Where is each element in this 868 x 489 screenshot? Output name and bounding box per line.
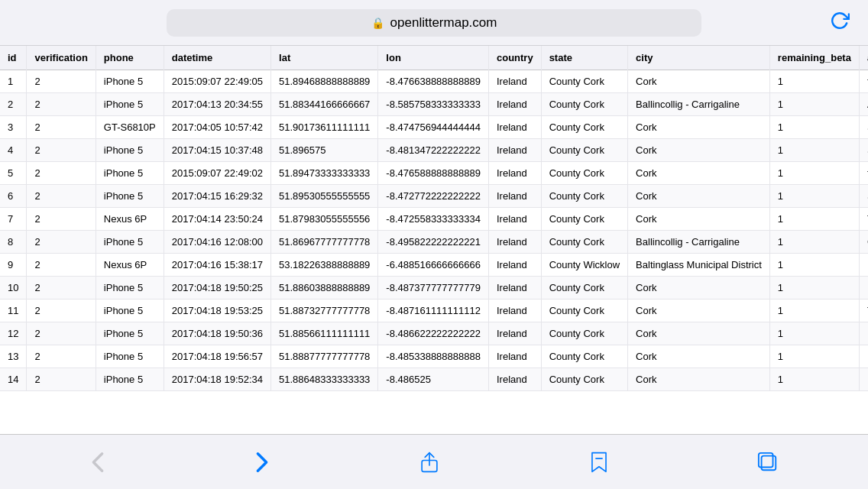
cell-country: Ireland bbox=[488, 208, 541, 231]
cell-state: County Cork bbox=[541, 300, 627, 322]
cell-datetime: 2017:04:16 12:08:00 bbox=[164, 231, 270, 254]
back-button[interactable] bbox=[74, 445, 121, 479]
cell-id: 13 bbox=[0, 345, 27, 368]
cell-verification: 2 bbox=[27, 162, 96, 185]
table-row: 12iPhone 52015:09:07 22:49:0551.89468888… bbox=[0, 70, 868, 93]
cell-state: County Wicklow bbox=[541, 254, 627, 277]
cell-datetime: 2017:04:16 15:38:17 bbox=[164, 254, 270, 277]
cell-phone: Nexus 6P bbox=[96, 208, 164, 231]
cell-country: Ireland bbox=[488, 254, 541, 277]
cell-datetime: 2017:04:18 19:56:57 bbox=[164, 345, 270, 368]
col-verification: verification bbox=[27, 46, 96, 70]
cell-lon: -6.488516666666666 bbox=[378, 254, 489, 277]
cell-state: County Cork bbox=[541, 162, 627, 185]
cell-verification: 2 bbox=[27, 277, 96, 300]
table-row: 92Nexus 6P2017:04:16 15:38:1753.18226388… bbox=[0, 254, 868, 277]
table-row: 112iPhone 52017:04:18 19:53:2551.8873277… bbox=[0, 300, 868, 322]
cell-datetime: 2017:04:18 19:52:34 bbox=[164, 368, 270, 391]
cell-verification: 2 bbox=[27, 208, 96, 231]
cell-id: 1 bbox=[0, 70, 27, 93]
cell-datetime: 2017:04:14 23:50:24 bbox=[164, 208, 270, 231]
cell-phone: iPhone 5 bbox=[96, 162, 164, 185]
cell-state: County Cork bbox=[541, 70, 627, 93]
cell-datetime: 2017:04:18 19:50:25 bbox=[164, 277, 270, 300]
cell-address: Tramore Road, Ballyphehane, Bally... bbox=[859, 208, 868, 231]
cell-country: Ireland bbox=[488, 93, 541, 116]
cell-city: Cork bbox=[628, 300, 770, 322]
browser-bar: 🔒 openlittermap.com bbox=[0, 0, 868, 46]
col-phone: phone bbox=[96, 46, 164, 70]
cell-lat: 51.89468888888889 bbox=[271, 70, 378, 93]
cell-id: 14 bbox=[0, 368, 27, 391]
cell-country: Ireland bbox=[488, 162, 541, 185]
cell-city: Cork bbox=[628, 116, 770, 139]
cell-lat: 51.88648333333333 bbox=[271, 368, 378, 391]
cell-remaining_beta: 1 bbox=[769, 139, 859, 162]
cell-address: CIty Bounds Bar, Ashbrook Heights... bbox=[859, 231, 868, 254]
cell-country: Ireland bbox=[488, 277, 541, 300]
data-table: id verification phone datetime lat lon c… bbox=[0, 46, 868, 391]
cell-lat: 51.896575 bbox=[271, 139, 378, 162]
table-row: 102iPhone 52017:04:18 19:50:2551.8860388… bbox=[0, 277, 868, 300]
table-row: 72Nexus 6P2017:04:14 23:50:2451.87983055… bbox=[0, 208, 868, 231]
table-row: 142iPhone 52017:04:18 19:52:3451.8864833… bbox=[0, 368, 868, 391]
cell-verification: 2 bbox=[27, 345, 96, 368]
cell-remaining_beta: 1 bbox=[769, 300, 859, 322]
cell-datetime: 2017:04:05 10:57:42 bbox=[164, 116, 270, 139]
cell-city: Cork bbox=[628, 139, 770, 162]
table-container[interactable]: id verification phone datetime lat lon c… bbox=[0, 46, 868, 434]
cell-city: Cork bbox=[628, 208, 770, 231]
cell-state: County Cork bbox=[541, 368, 627, 391]
table-row: 22iPhone 52017:04:13 20:34:5551.88344166… bbox=[0, 93, 868, 116]
cell-datetime: 2015:09:07 22:49:05 bbox=[164, 70, 270, 93]
cell-remaining_beta: 1 bbox=[769, 70, 859, 93]
col-id: id bbox=[0, 46, 27, 70]
tabs-button[interactable] bbox=[742, 445, 794, 479]
cell-address: Ashton Court, Ballincollig, Ballincoll..… bbox=[859, 93, 868, 116]
cell-address: The Lough, Hartland's Road, Croag... bbox=[859, 300, 868, 322]
cell-city: Cork bbox=[628, 322, 770, 345]
svg-rect-3 bbox=[759, 452, 773, 467]
cell-lat: 51.88603888888889 bbox=[271, 277, 378, 300]
cell-phone: iPhone 5 bbox=[96, 322, 164, 345]
cell-state: County Cork bbox=[541, 93, 627, 116]
cell-remaining_beta: 1 bbox=[769, 162, 859, 185]
cell-address: Lough Road, Croaghta-More, The L... bbox=[859, 345, 868, 368]
cell-state: County Cork bbox=[541, 185, 627, 208]
cell-remaining_beta: 1 bbox=[769, 254, 859, 277]
table-row: 132iPhone 52017:04:18 19:56:5751.8887777… bbox=[0, 345, 868, 368]
col-datetime: datetime bbox=[164, 46, 270, 70]
table-row: 122iPhone 52017:04:18 19:50:3651.8856611… bbox=[0, 322, 868, 345]
cell-remaining_beta: 1 bbox=[769, 93, 859, 116]
url-bar[interactable]: 🔒 openlittermap.com bbox=[167, 9, 701, 37]
col-lat: lat bbox=[271, 46, 378, 70]
cell-phone: iPhone 5 bbox=[96, 139, 164, 162]
cell-country: Ireland bbox=[488, 322, 541, 345]
cell-phone: iPhone 5 bbox=[96, 345, 164, 368]
cell-lon: -8.481347222222222 bbox=[378, 139, 489, 162]
cell-lon: -8.485338888888888 bbox=[378, 345, 489, 368]
share-button[interactable] bbox=[403, 445, 455, 479]
bookmarks-button[interactable] bbox=[573, 445, 625, 479]
cell-verification: 2 bbox=[27, 368, 96, 391]
cell-address: Saint Finbarre's, Wandesford Quay, ... bbox=[859, 139, 868, 162]
cell-city: Ballincollig - Carrigaline bbox=[628, 93, 770, 116]
forward-button[interactable] bbox=[238, 445, 286, 479]
cell-verification: 2 bbox=[27, 300, 96, 322]
cell-city: Cork bbox=[628, 368, 770, 391]
table-row: 82iPhone 52017:04:16 12:08:0051.86967777… bbox=[0, 231, 868, 254]
cell-address: formely known as Zam Zam, Barra... bbox=[859, 162, 868, 185]
cell-address: Saint Mary's, Pope's Quay, Shando... bbox=[859, 116, 868, 139]
cell-country: Ireland bbox=[488, 116, 541, 139]
cell-id: 3 bbox=[0, 116, 27, 139]
table-row: 62iPhone 52017:04:15 16:29:3251.89530555… bbox=[0, 185, 868, 208]
cell-address: Lake Drive, Oldcourt, Blessington, I... bbox=[859, 254, 868, 277]
cell-id: 4 bbox=[0, 139, 27, 162]
cell-phone: Nexus 6P bbox=[96, 254, 164, 277]
refresh-button[interactable] bbox=[830, 11, 850, 35]
col-lon: lon bbox=[378, 46, 489, 70]
cell-verification: 2 bbox=[27, 254, 96, 277]
cell-verification: 2 bbox=[27, 231, 96, 254]
cell-lon: -8.495822222222221 bbox=[378, 231, 489, 254]
cell-country: Ireland bbox=[488, 345, 541, 368]
